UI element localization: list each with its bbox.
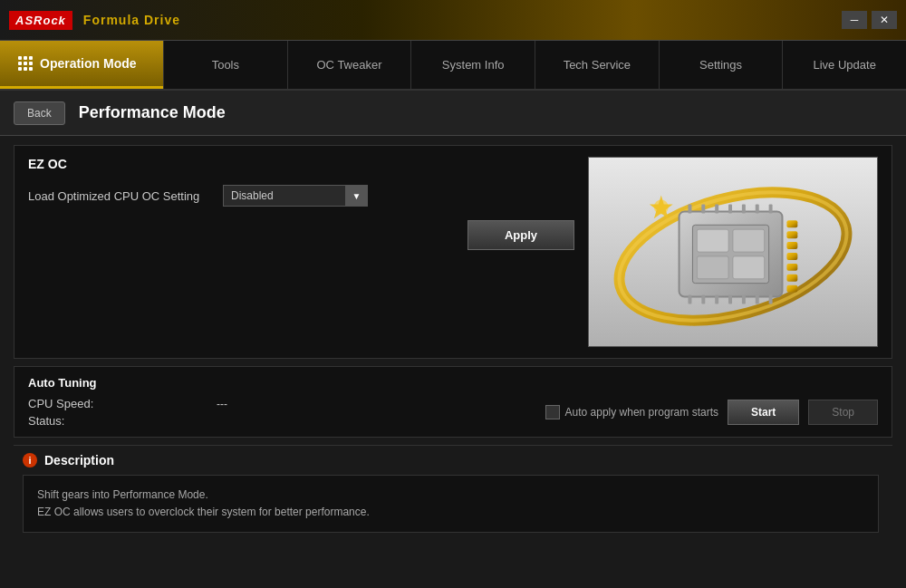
autotuning-section: Auto Tuning CPU Speed: --- Status: Auto … — [14, 366, 892, 438]
description-body: Shift gears into Performance Mode. EZ OC… — [23, 475, 879, 533]
description-section: i Description Shift gears into Performan… — [14, 445, 892, 579]
close-button[interactable]: ✕ — [872, 11, 897, 29]
cpu-speed-label: CPU Speed: — [28, 397, 209, 410]
svg-rect-5 — [697, 229, 728, 252]
tab-settings[interactable]: Settings — [659, 41, 783, 89]
svg-rect-9 — [688, 205, 691, 214]
app-title: Formula Drive — [83, 13, 180, 27]
titlebar: ASRock Formula Drive ─ ✕ — [0, 0, 906, 41]
svg-rect-23 — [786, 220, 797, 227]
cpu-oc-setting-row: Load Optimized CPU OC Setting Disabled E… — [28, 185, 574, 207]
svg-rect-20 — [742, 295, 746, 304]
minimize-button[interactable]: ─ — [842, 11, 867, 29]
description-line1: Shift gears into Performance Mode. — [37, 487, 864, 504]
svg-rect-25 — [786, 242, 797, 249]
ezoc-section: EZ OC Load Optimized CPU OC Setting Disa… — [14, 145, 892, 359]
cpu-speed-value: --- — [217, 398, 227, 410]
svg-rect-17 — [701, 295, 705, 304]
apply-button[interactable]: Apply — [467, 220, 574, 250]
cpu-image — [588, 157, 878, 347]
description-header: i Description — [23, 453, 879, 468]
stop-button[interactable]: Stop — [808, 400, 878, 425]
svg-rect-28 — [786, 275, 797, 282]
navbar: Operation Mode Tools OC Tweaker System I… — [0, 41, 906, 91]
cpu-speed-row: CPU Speed: --- — [28, 397, 227, 410]
apply-row: Apply — [28, 216, 574, 255]
svg-rect-13 — [742, 205, 746, 214]
auto-apply-checkbox[interactable] — [545, 405, 560, 419]
titlebar-left: ASRock Formula Drive — [9, 11, 180, 30]
description-icon: i — [23, 453, 37, 468]
description-line2: EZ OC allows users to overclock their sy… — [37, 504, 864, 521]
svg-rect-10 — [701, 205, 705, 214]
svg-rect-12 — [728, 205, 732, 214]
tab-live-update[interactable]: Live Update — [782, 41, 906, 89]
status-label: Status: — [28, 414, 209, 428]
autotuning-body: CPU Speed: --- Status: Auto apply when p… — [28, 397, 878, 428]
cpu-oc-dropdown-wrapper: Disabled Enabled ▼ — [223, 185, 368, 207]
tab-tools[interactable]: Tools — [163, 41, 287, 89]
auto-apply-label[interactable]: Auto apply when program starts — [545, 405, 718, 419]
tab-tech-service[interactable]: Tech Service — [535, 41, 659, 89]
autotuning-title: Auto Tuning — [28, 376, 878, 390]
svg-rect-11 — [715, 205, 718, 214]
svg-rect-21 — [756, 295, 759, 304]
svg-rect-7 — [697, 256, 728, 279]
description-title: Description — [44, 453, 114, 468]
ezoc-left: EZ OC Load Optimized CPU OC Setting Disa… — [28, 157, 574, 347]
autotuning-right: Auto apply when program starts Start Sto… — [545, 400, 878, 425]
svg-rect-15 — [769, 205, 773, 214]
svg-rect-6 — [733, 229, 765, 252]
main-content: EZ OC Load Optimized CPU OC Setting Disa… — [0, 136, 906, 588]
ezoc-title: EZ OC — [28, 157, 574, 171]
cpu-oc-setting-label: Load Optimized CPU OC Setting — [28, 189, 209, 203]
svg-rect-18 — [715, 295, 718, 304]
cpu-illustration — [589, 158, 877, 346]
operation-mode-button[interactable]: Operation Mode — [0, 41, 163, 89]
svg-rect-19 — [728, 295, 732, 304]
tab-system-info[interactable]: System Info — [410, 41, 535, 89]
page-title: Performance Mode — [79, 103, 226, 122]
svg-rect-16 — [688, 295, 691, 304]
grid-icon — [18, 56, 33, 71]
asrock-logo: ASRock — [9, 11, 72, 30]
start-button[interactable]: Start — [728, 400, 799, 425]
svg-rect-22 — [769, 295, 773, 304]
svg-rect-24 — [786, 231, 797, 238]
tab-oc-tweaker[interactable]: OC Tweaker — [287, 41, 411, 89]
svg-rect-29 — [786, 285, 797, 293]
page-header: Back Performance Mode — [0, 91, 906, 136]
cpu-oc-dropdown[interactable]: Disabled Enabled — [223, 185, 368, 207]
autotuning-left: CPU Speed: --- Status: — [28, 397, 227, 428]
svg-rect-26 — [786, 253, 797, 260]
auto-apply-text: Auto apply when program starts — [565, 406, 718, 419]
status-row: Status: — [28, 414, 227, 428]
svg-rect-14 — [756, 205, 759, 214]
titlebar-controls: ─ ✕ — [842, 11, 897, 29]
svg-rect-27 — [786, 264, 797, 271]
svg-rect-8 — [733, 256, 765, 279]
back-button[interactable]: Back — [14, 101, 65, 125]
operation-mode-label: Operation Mode — [40, 56, 137, 71]
